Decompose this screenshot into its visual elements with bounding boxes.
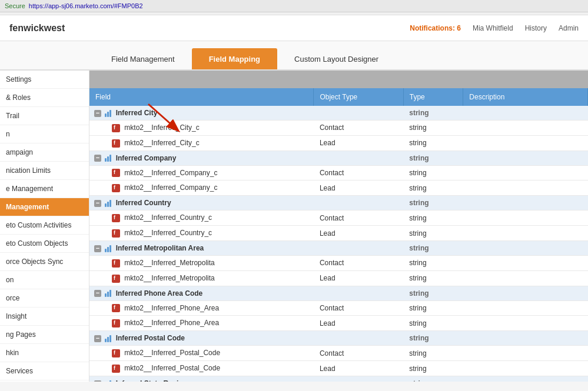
sidebar-item-orce[interactable]: orce xyxy=(0,289,89,308)
notifications-button[interactable]: Notifications: 6 xyxy=(410,24,461,32)
sidebar-item-trail[interactable]: Trail xyxy=(0,107,89,125)
field-name: mkto2__Inferred_Postal_Code xyxy=(124,364,220,372)
description-cell xyxy=(463,316,588,331)
field-type-icon xyxy=(112,275,120,283)
field-type-icon xyxy=(112,365,120,373)
browser-bar: Secure https://app-sj06.marketo.com/#FMP… xyxy=(0,0,588,12)
table-row[interactable]: mkto2__Inferred_Phone_Area Leadstring xyxy=(89,316,588,331)
table-group-row[interactable]: − Inferred Postal Code string xyxy=(89,331,588,346)
table-row[interactable]: mkto2__Inferred_City_c Contactstring xyxy=(89,121,588,136)
content-area: Field Object Type Type Description − Inf… xyxy=(89,71,588,382)
field-type-icon xyxy=(112,184,120,192)
col-header-description[interactable]: Description xyxy=(463,88,588,106)
table-row[interactable]: mkto2__Inferred_Country_c Contactstring xyxy=(89,210,588,226)
sidebar-item-custom-objects[interactable]: eto Custom Objects xyxy=(0,235,89,253)
table-row[interactable]: mkto2__Inferred_Phone_Area Contactstring xyxy=(89,300,588,316)
content-header-bar xyxy=(89,71,588,88)
field-name: mkto2__Inferred_Country_c xyxy=(124,229,212,237)
user-menu[interactable]: Mia Whitfield xyxy=(473,24,513,32)
field-name: mkto2__Inferred_Metropolita xyxy=(124,259,214,267)
object-type-cell: Contact xyxy=(314,121,403,136)
admin-button[interactable]: Admin xyxy=(559,24,579,32)
collapse-icon[interactable]: − xyxy=(94,155,101,162)
sidebar-item-campaign[interactable]: ampaign xyxy=(0,143,89,162)
app-header: fenwickwest Notifications: 6 Mia Whitfie… xyxy=(0,15,588,41)
sidebar-item-insight[interactable]: Insight xyxy=(0,308,89,326)
table-group-row[interactable]: − Inferred Company string xyxy=(89,151,588,165)
type-cell: string xyxy=(403,165,463,181)
tab-field-mapping[interactable]: Field Mapping xyxy=(192,48,277,69)
table-group-row[interactable]: − Inferred Metropolitan Area string xyxy=(89,240,588,255)
sidebar-item-roles[interactable]: & Roles xyxy=(0,89,89,107)
sidebar-item-management[interactable]: Management xyxy=(0,198,89,216)
history-menu[interactable]: History xyxy=(525,24,547,32)
field-name: mkto2__Inferred_Metropolita xyxy=(124,274,214,282)
field-name: mkto2__Inferred_City_c xyxy=(124,139,199,147)
table-row[interactable]: mkto2__Inferred_Metropolita Contactstrin… xyxy=(89,255,588,270)
field-type-icon xyxy=(112,349,120,357)
object-type-cell: Lead xyxy=(314,181,403,196)
collapse-icon[interactable]: − xyxy=(94,290,101,297)
field-name: mkto2__Inferred_Company_c xyxy=(124,183,217,192)
sidebar-item-settings[interactable]: Settings xyxy=(0,71,89,89)
field-name: mkto2__Inferred_Country_c xyxy=(124,213,212,222)
collapse-icon[interactable]: − xyxy=(94,335,101,342)
object-type-cell: Lead xyxy=(314,361,403,376)
table-group-row[interactable]: − Inferred Country string xyxy=(89,196,588,210)
table-group-row[interactable]: − Inferred City string xyxy=(89,106,588,121)
sidebar-item-nication-limits[interactable]: nication Limits xyxy=(0,162,89,180)
field-type-icon xyxy=(112,139,120,148)
table-row[interactable]: mkto2__Inferred_Country_c Leadstring xyxy=(89,226,588,241)
collapse-icon[interactable]: − xyxy=(94,200,101,207)
sidebar-item-point[interactable]: Point xyxy=(0,380,89,382)
collapse-icon[interactable]: − xyxy=(94,245,101,252)
group-name-label: Inferred Postal Code xyxy=(116,334,185,342)
table-row[interactable]: mkto2__Inferred_Company_c Leadstring xyxy=(89,181,588,196)
tab-custom-layout-designer[interactable]: Custom Layout Designer xyxy=(277,48,396,69)
sidebar-item-custom-activities[interactable]: eto Custom Activities xyxy=(0,216,89,235)
sidebar: Settings & Roles Trail n ampaign nicatio… xyxy=(0,71,89,382)
table-row[interactable]: mkto2__Inferred_City_c Leadstring xyxy=(89,135,588,151)
field-mapping-table: Field Object Type Type Description − Inf… xyxy=(89,88,588,382)
field-type-icon xyxy=(112,169,120,177)
group-name-label: Inferred City xyxy=(116,109,158,117)
sidebar-item-hkin[interactable]: hkin xyxy=(0,344,89,362)
description-cell xyxy=(463,226,588,241)
field-name: mkto2__Inferred_Company_c xyxy=(124,169,217,177)
object-type-cell: Lead xyxy=(314,226,403,241)
sidebar-item-ng-pages[interactable]: ng Pages xyxy=(0,326,89,344)
type-cell: string xyxy=(403,210,463,226)
collapse-icon[interactable]: − xyxy=(94,380,101,382)
field-type-icon xyxy=(112,304,120,312)
col-header-object-type[interactable]: Object Type xyxy=(314,88,403,106)
table-row[interactable]: mkto2__Inferred_Metropolita Leadstring xyxy=(89,270,588,286)
sidebar-item-objects-sync[interactable]: orce Objects Sync xyxy=(0,253,89,271)
table-row[interactable]: mkto2__Inferred_Postal_Code Leadstring xyxy=(89,361,588,376)
group-name-label: Inferred Metropolitan Area xyxy=(116,244,204,252)
tabs-bar: Field Management Field Mapping Custom La… xyxy=(0,41,588,71)
url-bar[interactable]: https://app-sj06.marketo.com/#FMP0B2 xyxy=(29,2,143,9)
field-name: mkto2__Inferred_Phone_Area xyxy=(124,304,219,312)
type-cell: string xyxy=(403,316,463,331)
type-cell: string xyxy=(403,270,463,286)
tab-field-management[interactable]: Field Management xyxy=(94,48,192,69)
description-cell xyxy=(463,210,588,226)
description-cell xyxy=(463,135,588,151)
table-row[interactable]: mkto2__Inferred_Company_c Contactstring xyxy=(89,165,588,181)
sidebar-item-n[interactable]: n xyxy=(0,125,89,143)
sidebar-item-e-management[interactable]: e Management xyxy=(0,180,89,198)
description-cell xyxy=(463,121,588,136)
sidebar-item-on[interactable]: on xyxy=(0,271,89,289)
collapse-icon[interactable]: − xyxy=(94,110,101,117)
object-type-cell: Contact xyxy=(314,300,403,316)
col-header-type[interactable]: Type xyxy=(403,88,463,106)
group-name-label: Inferred Country xyxy=(116,199,171,207)
table-row[interactable]: mkto2__Inferred_Postal_Code Contactstrin… xyxy=(89,346,588,361)
field-type-icon xyxy=(112,124,120,132)
table-group-row[interactable]: − Inferred Phone Area Code string xyxy=(89,286,588,300)
table-group-row[interactable]: − Inferred State Region string xyxy=(89,376,588,382)
sidebar-item-services[interactable]: Services xyxy=(0,362,89,380)
main-layout: Settings & Roles Trail n ampaign nicatio… xyxy=(0,71,588,382)
col-header-field[interactable]: Field xyxy=(89,88,314,106)
field-type-icon xyxy=(112,214,120,222)
